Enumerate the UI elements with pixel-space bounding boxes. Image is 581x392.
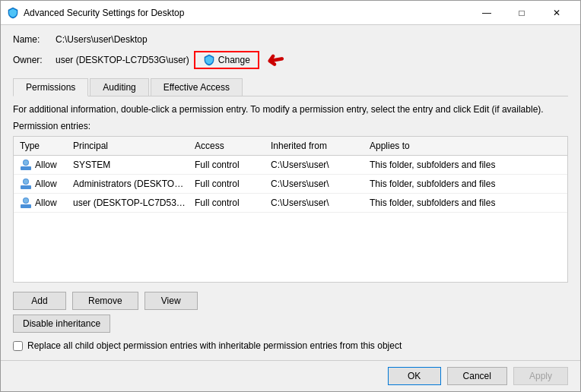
- title-controls: — □ ✕: [469, 2, 574, 24]
- arrow-indicator: ➜: [265, 48, 287, 72]
- cancel-button[interactable]: Cancel: [447, 367, 507, 385]
- table-row[interactable]: Allow user (DESKTOP-LC7D53G\user) Full c…: [14, 194, 567, 213]
- table-row[interactable]: Allow Administrators (DESKTOP-LC7... Ful…: [14, 175, 567, 194]
- row3-type: Allow: [17, 195, 70, 210]
- row3-inherited: C:\Users\user\: [268, 196, 367, 210]
- row2-access: Full control: [192, 177, 268, 191]
- col-applies: Applies to: [367, 139, 519, 153]
- tab-permissions[interactable]: Permissions: [13, 78, 88, 96]
- inheritance-section: Disable inheritance: [13, 315, 568, 333]
- title-bar: Advanced Security Settings for Desktop —…: [1, 1, 580, 25]
- name-label: Name:: [13, 34, 51, 45]
- description-text: For additional information, double-click…: [13, 104, 568, 115]
- content-area: Name: C:\Users\user\Desktop Owner: user …: [1, 25, 580, 360]
- permissions-table: Type Principal Access Inherited from App…: [13, 136, 568, 283]
- owner-label: Owner:: [13, 55, 51, 65]
- owner-row: Owner: user (DESKTOP-LC7D53G\user) Chang…: [13, 49, 568, 71]
- apply-button: Apply: [513, 367, 568, 385]
- minimize-button[interactable]: —: [469, 2, 504, 24]
- owner-value-container: user (DESKTOP-LC7D53G\user) Change ➜: [56, 49, 284, 71]
- remove-button[interactable]: Remove: [72, 292, 138, 310]
- table-header: Type Principal Access Inherited from App…: [14, 137, 567, 156]
- user-icon-1: [20, 159, 32, 171]
- ok-button[interactable]: OK: [388, 367, 441, 385]
- row3-access: Full control: [192, 196, 268, 210]
- user-icon-2: [20, 178, 32, 190]
- disable-inheritance-button[interactable]: Disable inheritance: [13, 315, 110, 333]
- row1-type: Allow: [17, 157, 70, 172]
- svg-rect-0: [21, 166, 31, 170]
- row3-principal: user (DESKTOP-LC7D53G\user): [70, 196, 192, 210]
- row2-type: Allow: [17, 176, 70, 191]
- dialog-buttons: OK Cancel Apply: [1, 360, 580, 391]
- name-row: Name: C:\Users\user\Desktop: [13, 34, 568, 45]
- row2-principal: Administrators (DESKTOP-LC7...: [70, 177, 192, 191]
- view-button[interactable]: View: [144, 292, 198, 310]
- row1-principal: SYSTEM: [70, 158, 192, 172]
- section-label: Permission entries:: [13, 121, 568, 131]
- tab-effective-access[interactable]: Effective Access: [151, 78, 243, 96]
- tab-auditing[interactable]: Auditing: [90, 78, 148, 96]
- svg-point-5: [24, 179, 28, 184]
- row1-applies: This folder, subfolders and files: [367, 158, 519, 172]
- col-principal: Principal: [70, 139, 192, 153]
- col-inherited: Inherited from: [268, 139, 367, 153]
- row1-access: Full control: [192, 158, 268, 172]
- row2-applies: This folder, subfolders and files: [367, 177, 519, 191]
- window-icon: [7, 7, 19, 19]
- main-window: Advanced Security Settings for Desktop —…: [0, 0, 581, 392]
- replace-checkbox-label: Replace all child object permission entr…: [27, 340, 402, 351]
- svg-point-8: [24, 198, 28, 203]
- row2-inherited: C:\Users\user\: [268, 177, 367, 191]
- svg-rect-3: [21, 185, 31, 189]
- row3-applies: This folder, subfolders and files: [367, 196, 519, 210]
- name-value: C:\Users\user\Desktop: [56, 34, 148, 45]
- user-icon-3: [20, 197, 32, 209]
- owner-value: user (DESKTOP-LC7D53G\user): [56, 55, 189, 65]
- change-label: Change: [218, 55, 250, 65]
- window-title: Advanced Security Settings for Desktop: [24, 8, 184, 18]
- tab-bar: Permissions Auditing Effective Access: [13, 78, 568, 96]
- action-buttons: Add Remove View: [13, 292, 568, 310]
- col-access: Access: [192, 139, 268, 153]
- table-row[interactable]: Allow SYSTEM Full control C:\Users\user\…: [14, 156, 567, 175]
- svg-rect-6: [21, 204, 31, 208]
- add-button[interactable]: Add: [13, 292, 66, 310]
- change-shield-icon: [203, 54, 215, 66]
- maximize-button[interactable]: □: [504, 2, 539, 24]
- svg-point-2: [24, 160, 28, 165]
- replace-checkbox-row: Replace all child object permission entr…: [13, 340, 568, 351]
- change-button[interactable]: Change: [194, 51, 259, 69]
- col-type: Type: [17, 139, 70, 153]
- close-button[interactable]: ✕: [539, 2, 574, 24]
- row1-inherited: C:\Users\user\: [268, 158, 367, 172]
- replace-checkbox[interactable]: [13, 341, 23, 351]
